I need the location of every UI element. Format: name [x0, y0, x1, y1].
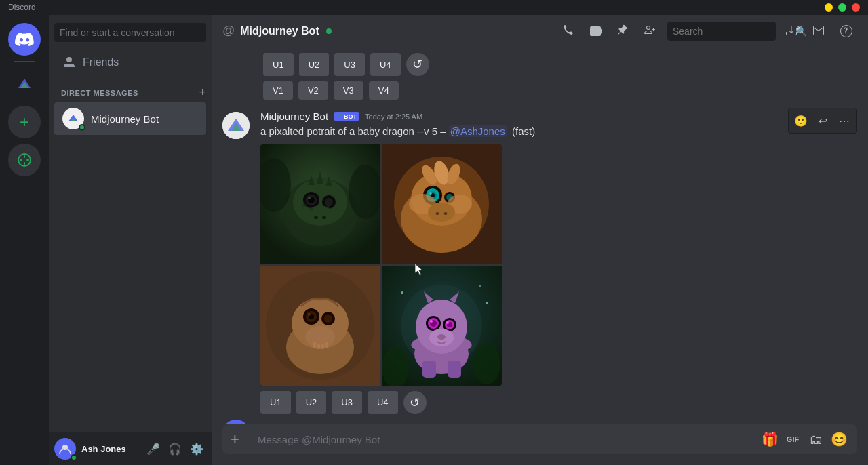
settings-button[interactable]: ⚙️: [187, 439, 206, 458]
user-avatar: [54, 438, 76, 460]
image-cell-1[interactable]: [260, 144, 380, 264]
refresh-button-top[interactable]: ↺: [406, 53, 429, 76]
window-controls[interactable]: [825, 3, 860, 12]
more-options-button[interactable]: ⋯: [835, 111, 854, 130]
message-header: Midjourney Bot ✓ BOT Today at 2:25 AM: [260, 110, 857, 122]
maximize-button[interactable]: [838, 3, 846, 12]
svg-rect-64: [422, 361, 436, 378]
friends-nav-item[interactable]: Friends: [54, 50, 206, 75]
message-input-area: + 🎁 GIF 🗂 😊: [212, 424, 868, 465]
svg-point-17: [322, 216, 326, 219]
v1-button[interactable]: V1: [263, 81, 293, 100]
image-cell-4[interactable]: [382, 266, 502, 386]
dm-search-area[interactable]: [49, 15, 212, 50]
emoji-button[interactable]: 😊: [829, 429, 849, 449]
gift-button[interactable]: 🎁: [760, 429, 780, 449]
download-button[interactable]: [781, 20, 803, 42]
svg-point-39: [428, 203, 455, 222]
message-body: Midjourney Bot ✓ BOT Today at 2:25 AM a …: [260, 110, 857, 414]
svg-point-83: [401, 291, 403, 294]
svg-point-19: [309, 207, 313, 211]
gif-button[interactable]: GIF: [783, 429, 803, 449]
online-status: [79, 124, 85, 131]
v4-button[interactable]: V4: [369, 81, 399, 100]
dm-search-input[interactable]: [54, 23, 206, 42]
v3-button[interactable]: V3: [334, 81, 363, 100]
svg-point-53: [308, 313, 311, 316]
discord-home-button[interactable]: [8, 23, 41, 56]
direct-messages-label: DIRECT MESSAGES: [61, 89, 138, 97]
svg-point-85: [486, 302, 488, 304]
u2-button-top[interactable]: U2: [299, 53, 330, 76]
minimize-button[interactable]: [825, 3, 833, 12]
mute-button[interactable]: 🎤: [144, 439, 163, 458]
dm-sidebar: Friends DIRECT MESSAGES + Midjourney Bot: [49, 15, 212, 465]
u4-button-top[interactable]: U4: [370, 53, 401, 76]
svg-point-80: [437, 334, 446, 340]
close-button[interactable]: [852, 3, 860, 12]
dm-section-header: DIRECT MESSAGES +: [49, 75, 212, 102]
call-button[interactable]: [559, 20, 580, 42]
search-input[interactable]: [673, 26, 791, 37]
attach-button[interactable]: +: [231, 424, 252, 454]
u1-button-top[interactable]: U1: [263, 53, 294, 76]
bot-badge: ✓ BOT: [334, 112, 359, 121]
message-scroll-area[interactable]: U1 U2 U3 U4 ↺ V1 V2 V3 V4: [212, 47, 868, 424]
top-bar: @ Midjourney Bot: [212, 15, 868, 47]
add-reaction-button[interactable]: 🙂: [791, 111, 810, 130]
v-buttons-row: V1 V2 V3 V4: [212, 79, 868, 108]
reply-button[interactable]: ↩: [813, 111, 832, 130]
message-text: a pixalted potrait of a baby dragon --v …: [260, 125, 857, 139]
svg-point-20: [326, 205, 330, 209]
ash-jones-avatar: [222, 420, 250, 424]
svg-point-31: [429, 192, 432, 195]
u3-button-top[interactable]: U3: [334, 53, 365, 76]
dm-item-midjourney[interactable]: Midjourney Bot: [54, 102, 206, 135]
image-cell-2[interactable]: [382, 144, 502, 264]
add-dm-button[interactable]: +: [199, 85, 206, 100]
svg-point-16: [314, 216, 318, 219]
channel-at-icon: @: [222, 24, 235, 38]
message-timestamp: Today at 2:25 AM: [365, 113, 422, 121]
inbox-button[interactable]: [808, 20, 830, 42]
user-name: Ash Jones: [81, 444, 138, 454]
pinned-messages-button[interactable]: [613, 20, 635, 42]
refresh-button-bottom[interactable]: ↺: [403, 391, 427, 414]
message-input-container: + 🎁 GIF 🗂 😊: [222, 424, 857, 454]
u1-button-bottom[interactable]: U1: [260, 391, 291, 414]
explore-button[interactable]: [8, 144, 41, 176]
svg-point-56: [305, 326, 335, 348]
bot-check-icon: ✓: [336, 113, 342, 120]
sticker-button[interactable]: 🗂: [806, 429, 826, 449]
top-bar-actions: 🔍: [559, 20, 857, 42]
u2-button-bottom[interactable]: U2: [296, 391, 327, 414]
svg-point-18: [302, 203, 307, 207]
bot-avatar: [222, 112, 250, 139]
svg-point-9: [308, 197, 311, 199]
message-input[interactable]: [258, 424, 754, 454]
svg-point-55: [324, 315, 332, 323]
add-member-button[interactable]: [640, 20, 662, 42]
v2-button[interactable]: V2: [298, 81, 328, 100]
u3-button-bottom[interactable]: U3: [332, 391, 362, 414]
title-bar: Discord: [0, 0, 868, 15]
u4-button-bottom[interactable]: U4: [368, 391, 398, 414]
svg-rect-65: [448, 361, 461, 378]
svg-point-41: [444, 212, 448, 215]
add-server-button[interactable]: +: [8, 106, 41, 138]
image-cell-3[interactable]: [260, 266, 380, 386]
image-grid: [260, 144, 502, 386]
svg-point-78: [446, 321, 449, 324]
main-content: @ Midjourney Bot: [212, 15, 868, 465]
video-call-button[interactable]: [586, 20, 608, 42]
channel-status-indicator: [326, 28, 332, 34]
server-icon-boat[interactable]: [8, 68, 41, 100]
top-action-buttons-row: U1 U2 U3 U4 ↺: [212, 47, 868, 79]
help-button[interactable]: [835, 20, 857, 42]
svg-rect-60: [326, 342, 328, 348]
dm-avatar-midjourney: [62, 108, 84, 129]
deafen-button[interactable]: 🎧: [165, 439, 184, 458]
svg-point-82: [473, 344, 500, 384]
channel-name: Midjourney Bot: [240, 25, 319, 37]
search-box[interactable]: 🔍: [667, 22, 776, 41]
